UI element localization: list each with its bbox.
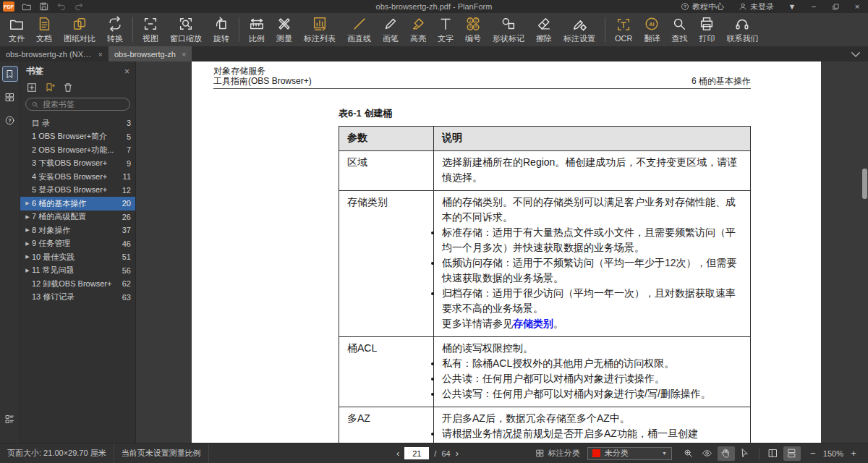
expand-arrow-icon[interactable]: ▶ (23, 241, 32, 247)
continuous-layout-icon[interactable] (783, 446, 801, 461)
shape-mark-icon (501, 16, 516, 32)
bookmark-item[interactable]: 12 卸载OBS Browser+62 (20, 277, 135, 291)
redo-icon[interactable] (74, 1, 84, 12)
rotate-button[interactable]: 旋转 (208, 14, 235, 46)
collapse-toolbar-chevron-icon[interactable] (849, 48, 862, 58)
toolbar-button-label: 标注列表 (304, 33, 336, 44)
annotation-settings-button[interactable]: 标注设置 (558, 14, 601, 46)
annotation-settings-icon (571, 16, 587, 32)
bookmark-item[interactable]: 4 安装OBS Browser+11 (20, 170, 135, 184)
print-button[interactable]: 打印 (693, 14, 720, 46)
current-page-input[interactable] (404, 447, 429, 459)
bookmark-item[interactable]: ▶7 桶的高级配置26 (20, 211, 135, 224)
expand-arrow-icon[interactable]: ▶ (23, 200, 32, 206)
document-tab[interactable]: obs-browsertg-zh× (109, 46, 192, 61)
svg-text:?: ? (8, 117, 12, 124)
hand-tool-icon[interactable] (718, 446, 735, 461)
bookmark-item[interactable]: 3 下载OBS Browser+9 (20, 157, 135, 171)
expand-arrow-icon[interactable]: ▶ (23, 214, 32, 220)
numbering-button[interactable]: 1234编号 (459, 14, 487, 46)
annotation-category-button[interactable]: 标注分类 (528, 448, 587, 459)
bookmark-item[interactable]: 13 修订记录63 (20, 291, 135, 305)
bookmark-item[interactable]: 目 录3 (20, 116, 135, 130)
delete-bookmark-icon[interactable] (62, 82, 74, 93)
zoom-level[interactable]: 150% (823, 449, 843, 458)
sidebar-close-icon[interactable]: × (124, 67, 129, 77)
bookmark-item[interactable]: 2 OBS Browser+功能...7 (20, 143, 135, 157)
measure-button[interactable]: 测量 (271, 14, 298, 46)
cell-description: 桶的读写权限控制。 (442, 341, 742, 356)
window-zoom-icon (178, 16, 194, 32)
translate-button[interactable]: AI翻译 (638, 14, 665, 46)
expand-arrow-icon[interactable]: ▶ (23, 227, 32, 233)
expand-arrow-icon[interactable]: ▶ (23, 268, 32, 273)
tab-close-icon[interactable]: × (98, 50, 103, 59)
tab-close-icon[interactable]: × (182, 50, 186, 59)
ocr-button[interactable]: OCR (609, 14, 638, 46)
expand-arrow-icon[interactable]: ▶ (23, 254, 32, 260)
page-separator: / (434, 449, 436, 458)
bookmark-item[interactable]: ▶8 对象操作37 (20, 224, 135, 237)
zoom-in-button[interactable]: + (849, 448, 858, 459)
select-tool-icon[interactable] (736, 446, 754, 461)
pen-icon (383, 16, 399, 32)
window-zoom-button[interactable]: 窗口缩放 (164, 14, 208, 46)
login-button[interactable]: 未登录 (733, 0, 780, 13)
text-button[interactable]: 文字 (432, 14, 459, 46)
add-bookmark-icon[interactable] (44, 82, 56, 93)
bookmarks-panel-icon[interactable] (2, 66, 18, 82)
highlight-button[interactable]: 高亮 (404, 14, 432, 46)
annotation-list-panel-icon[interactable] (2, 411, 18, 427)
file-button[interactable]: 文件 (3, 14, 30, 46)
thumbnails-panel-icon[interactable] (2, 89, 18, 105)
zoom-out-button[interactable]: − (809, 448, 817, 459)
bookmark-item[interactable]: ▶11 常见问题56 (20, 264, 135, 278)
bookmark-page-number: 7 (122, 145, 131, 154)
view-button[interactable]: 视图 (137, 14, 164, 46)
marquee-zoom-icon[interactable] (680, 446, 697, 461)
bookmark-item[interactable]: 1 OBS Browser+简介5 (20, 130, 135, 144)
drawing-compare-button[interactable]: 图纸对比 (58, 14, 101, 46)
page-header: 对象存储服务 工具指南(OBS Browser+) 6 桶的基本操作 (213, 66, 751, 89)
next-page-icon[interactable]: › (456, 448, 459, 459)
help-panel-icon[interactable]: ? (2, 112, 18, 128)
bookmark-search-input[interactable] (43, 100, 124, 109)
vertical-scrollbar[interactable] (862, 169, 867, 199)
find-button[interactable]: 查找 (665, 14, 693, 46)
toolbar-button-label: 测量 (276, 33, 292, 44)
undo-icon[interactable] (56, 1, 67, 12)
bookmark-search-box[interactable] (25, 98, 130, 111)
open-file-icon[interactable] (22, 1, 32, 12)
tutorial-center-button[interactable]: ? 教程中心 (675, 0, 730, 13)
description-cell: 开启多AZ后，数据冗余存储至多个AZ中。请根据业务情况提前规划是否开启多AZ功能… (434, 407, 751, 443)
document-button[interactable]: 文档 (30, 14, 58, 46)
erase-button[interactable]: 擦除 (530, 14, 558, 46)
previous-page-icon[interactable]: ‹ (396, 448, 399, 459)
bookmark-item[interactable]: 5 登录OBS Browser+12 (20, 184, 135, 197)
toolbar-button-label: 画笔 (383, 33, 399, 44)
bookmark-item[interactable]: ▶10 最佳实践51 (20, 250, 135, 264)
document-tab[interactable]: obs-browsertg-zh (NXPower...× (0, 46, 109, 61)
more-menu-icon[interactable]: ▼ (783, 0, 801, 13)
bookmark-item[interactable]: ▶9 任务管理46 (20, 237, 135, 251)
bookmark-item[interactable]: ▶6 桶的基本操作20 (20, 197, 135, 211)
storage-class-link[interactable]: 存储类别 (513, 318, 553, 329)
scale-button[interactable]: 比例 (243, 14, 271, 46)
category-select[interactable]: 未分类 ▼ (587, 447, 672, 460)
save-icon[interactable] (39, 1, 49, 12)
shape-mark-button[interactable]: 形状标记 (487, 14, 530, 46)
contact-button[interactable]: 联系我们 (720, 14, 764, 46)
pen-button[interactable]: 画笔 (377, 14, 404, 46)
convert-button[interactable]: 转换 (101, 14, 129, 46)
close-button[interactable]: × (848, 0, 867, 13)
single-page-layout-icon[interactable] (765, 446, 782, 461)
view-mode-eye-icon[interactable] (699, 446, 716, 461)
document-pane[interactable]: 对象存储服务 工具指南(OBS Browser+) 6 桶的基本操作 表6-1 … (136, 61, 868, 443)
bookmark-page-number: 11 (119, 172, 131, 181)
expand-all-bookmarks-icon[interactable] (26, 82, 38, 93)
minimize-button[interactable]: − (804, 0, 823, 13)
annotation-list-button[interactable]: 标注列表 (298, 14, 341, 46)
restore-button[interactable] (826, 0, 845, 13)
tab-label: obs-browsertg-zh (114, 50, 176, 59)
draw-line-button[interactable]: 画直线 (341, 14, 377, 46)
